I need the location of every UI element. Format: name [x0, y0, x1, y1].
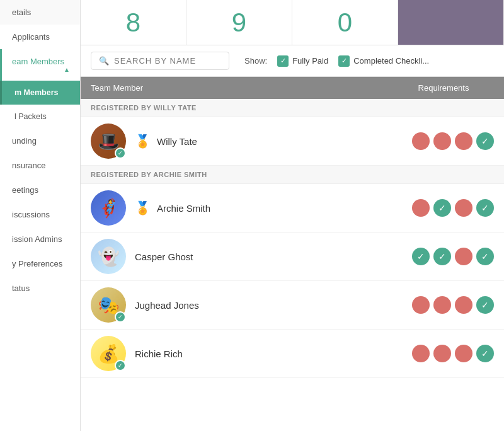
avatar-wrap-casper: 👻 [91, 239, 126, 274]
avatar-badge-willy: ✓ [115, 147, 126, 159]
sidebar-item-meetings[interactable]: eetings [0, 178, 80, 202]
sidebar-item-team-members-parent[interactable]: eam Members ▲ [0, 49, 80, 81]
group-header-archie: REGISTERED BY ARCHIE SMITH [81, 166, 504, 184]
member-name-archie: Archie Smith [157, 203, 210, 214]
req-dot [455, 345, 472, 362]
stat-value-1: 8 [126, 9, 140, 36]
sidebar-item-label: eam Members [12, 57, 64, 66]
sidebar-item-label: etails [12, 8, 31, 17]
crown-icon-archie: 🏅 [135, 200, 151, 216]
stats-bar: 8 9 0 [81, 0, 504, 45]
sidebar-item-packets[interactable]: l Packets [0, 105, 80, 129]
filter-fully-paid-label: Fully Paid [292, 56, 328, 66]
sidebar-item-label: iscussions [12, 210, 50, 219]
stat-value-2: 9 [232, 9, 246, 36]
req-dot [412, 132, 430, 150]
sidebar-item-label: y Preferences [12, 259, 62, 268]
requirements-jughead: ✓ [393, 296, 494, 314]
avatar-wrap-richie: 💰 ✓ [91, 336, 126, 371]
sidebar-item-status[interactable]: tatus [0, 276, 80, 301]
sidebar-item-mission-admins[interactable]: ission Admins [0, 227, 80, 251]
sidebar-item-label: unding [12, 136, 37, 146]
member-name-area-richie: Richie Rich [135, 348, 393, 359]
table-row[interactable]: 🦸 🏅 Archie Smith ✓ ✓ [81, 184, 504, 233]
avatar-archie: 🦸 [91, 190, 126, 226]
table-row[interactable]: 💰 ✓ Richie Rich ✓ [81, 330, 504, 378]
requirements-casper: ✓ ✓ ✓ [393, 248, 494, 265]
avatar-wrap-archie: 🦸 [91, 190, 126, 226]
search-input[interactable] [114, 56, 221, 66]
req-dot: ✓ [476, 345, 494, 362]
member-name-jughead: Jughead Jones [135, 300, 199, 311]
sidebar-item-insurance[interactable]: nsurance [0, 153, 80, 178]
checkbox-fully-paid[interactable]: ✓ [277, 55, 289, 67]
stat-value-3: 0 [338, 9, 352, 36]
sidebar-item-details[interactable]: etails [0, 0, 80, 25]
table-header: Team Member Requirements [81, 77, 504, 99]
checkbox-completed-checklist[interactable]: ✓ [338, 55, 350, 67]
filter-fully-paid[interactable]: ✓ Fully Paid [277, 55, 328, 67]
avatar-wrap-jughead: 🎭 ✓ [91, 287, 126, 323]
req-dot: ✓ [476, 248, 494, 265]
req-dot [433, 345, 451, 362]
stat-item-4 [398, 0, 504, 45]
avatar-badge-jughead: ✓ [115, 311, 126, 323]
stat-item-1: 8 [81, 0, 186, 45]
sidebar-item-label: l Packets [14, 112, 47, 121]
avatar-casper: 👻 [91, 239, 126, 274]
req-dot [455, 296, 472, 314]
avatar-wrap-willy: 🎩 ✓ [91, 124, 126, 159]
req-dot: ✓ [476, 132, 494, 150]
req-dot [412, 345, 430, 362]
req-dot [455, 132, 472, 150]
table-row[interactable]: 👻 Casper Ghost ✓ ✓ ✓ [81, 233, 504, 281]
req-dot [412, 199, 430, 217]
sidebar-item-funding[interactable]: unding [0, 129, 80, 153]
sidebar: etails Applicants eam Members ▲ m Member… [0, 0, 81, 431]
req-dot [455, 199, 472, 217]
sidebar-item-label: eetings [12, 185, 38, 195]
req-dot [455, 248, 472, 265]
sidebar-item-label: Applicants [12, 32, 50, 42]
search-icon: 🔍 [99, 56, 109, 66]
req-dot [433, 132, 451, 150]
main-content: 8 9 0 🔍 Show: ✓ Fully Paid ✓ Completed C… [81, 0, 504, 431]
sidebar-item-preferences[interactable]: y Preferences [0, 251, 80, 276]
search-box[interactable]: 🔍 [91, 52, 229, 70]
toolbar: 🔍 Show: ✓ Fully Paid ✓ Completed Checkli… [81, 45, 504, 77]
filter-completed-checklist-label: Completed Checkli... [353, 56, 429, 66]
show-label: Show: [244, 56, 267, 66]
sidebar-item-applicants[interactable]: Applicants [0, 25, 80, 49]
crown-icon-willy: 🏅 [135, 134, 151, 149]
req-dot [433, 296, 451, 314]
member-name-willy: Willy Tate [157, 136, 197, 147]
table-container: Team Member Requirements REGISTERED BY W… [81, 77, 504, 431]
filter-completed-checklist[interactable]: ✓ Completed Checkli... [338, 55, 429, 67]
table-row[interactable]: 🎩 ✓ 🏅 Willy Tate ✓ [81, 117, 504, 166]
member-name-area-archie: 🏅 Archie Smith [135, 200, 393, 216]
group-header-willy: REGISTERED BY WILLY TATE [81, 99, 504, 117]
avatar-badge-richie: ✓ [115, 360, 126, 371]
stat-item-3: 0 [292, 0, 398, 45]
requirements-archie: ✓ ✓ [393, 199, 494, 217]
column-header-name: Team Member [91, 83, 393, 93]
member-name-casper: Casper Ghost [135, 251, 193, 262]
req-dot: ✓ [433, 199, 451, 217]
member-name-area-casper: Casper Ghost [135, 251, 393, 262]
sidebar-item-team-members[interactable]: m Members [0, 81, 80, 105]
chevron-down-icon: ▲ [64, 66, 70, 73]
member-name-area-jughead: Jughead Jones [135, 300, 393, 311]
req-dot [412, 296, 430, 314]
table-row[interactable]: 🎭 ✓ Jughead Jones ✓ [81, 281, 504, 330]
requirements-richie: ✓ [393, 345, 494, 362]
req-dot: ✓ [476, 296, 494, 314]
member-name-area-willy: 🏅 Willy Tate [135, 134, 393, 149]
stat-item-2: 9 [186, 0, 292, 45]
sidebar-item-discussions[interactable]: iscussions [0, 202, 80, 227]
sidebar-item-label: tatus [12, 284, 30, 293]
req-dot: ✓ [412, 248, 430, 265]
sidebar-item-label: nsurance [12, 161, 45, 170]
req-dot: ✓ [476, 199, 494, 217]
sidebar-item-label: ission Admins [12, 234, 62, 244]
member-name-richie: Richie Rich [135, 348, 183, 359]
